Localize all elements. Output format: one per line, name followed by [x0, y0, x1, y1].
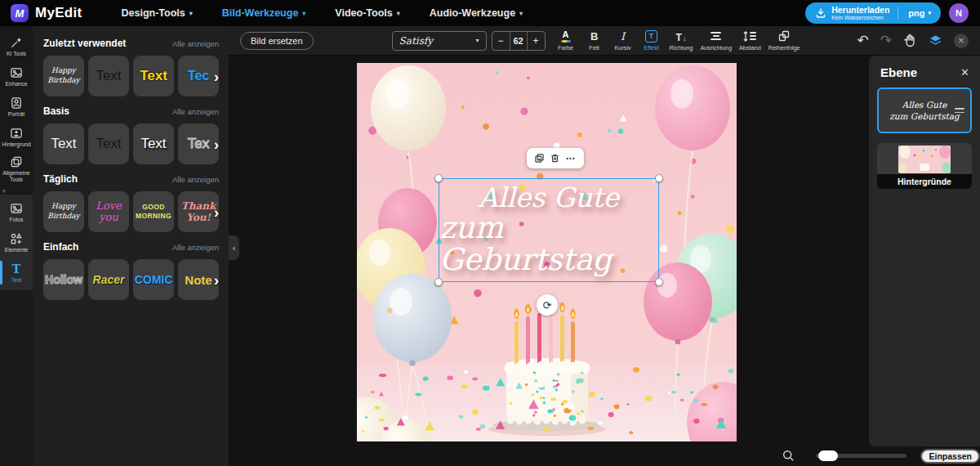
zoom-slider-thumb[interactable]	[818, 450, 838, 461]
layer-drag-handle[interactable]	[955, 108, 964, 113]
layers-button[interactable]	[929, 34, 942, 47]
rail-item-text[interactable]: T Text	[0, 258, 33, 288]
tool-richtung[interactable]: T↓ Richtung	[667, 28, 696, 54]
duplicate-icon	[535, 154, 544, 163]
section-title: Täglich	[43, 173, 78, 185]
template-tile[interactable]: Text	[43, 123, 84, 164]
tool-ausrichtung[interactable]: Ausrichtung	[697, 28, 734, 54]
template-tile[interactable]: Text	[133, 123, 174, 164]
rail-item-enhance[interactable]: Enhance	[0, 61, 33, 92]
font-dropdown[interactable]: Satisfy ▾	[392, 31, 487, 51]
tool-rail: KI Tools Enhance Porträt Hintergrund All…	[0, 26, 33, 466]
template-tile[interactable]: GOOD MORNING	[133, 191, 174, 232]
scroll-right-arrow[interactable]: ›	[214, 69, 219, 84]
tool-abstand[interactable]: Abstand	[737, 28, 764, 54]
redo-button[interactable]: ↷	[880, 34, 892, 47]
format-dropdown[interactable]: png ▾	[898, 8, 941, 18]
close-editor-button[interactable]: ✕	[954, 34, 969, 48]
layer-background[interactable]: Hintergründe	[877, 143, 972, 189]
resize-handle-bottom-left[interactable]	[434, 278, 443, 286]
app-logo[interactable]: M MyEdit	[0, 4, 82, 22]
template-tile[interactable]: Text	[133, 56, 174, 96]
rail-item-ki-tools[interactable]: KI Tools	[0, 31, 33, 61]
show-all-link[interactable]: Alle anzeigen	[172, 107, 219, 116]
panel-collapse-tab[interactable]: ‹	[229, 235, 239, 260]
tool-farbe[interactable]: A Farbe	[553, 28, 579, 54]
delete-button[interactable]	[550, 154, 559, 163]
font-size-decrease-button[interactable]: −	[492, 32, 510, 50]
text-icon: T	[12, 262, 20, 276]
nav-audio-werkzeuge[interactable]: Audio-Werkzeuge▾	[430, 7, 523, 19]
replace-image-button[interactable]: Bild ersetzen	[240, 32, 314, 50]
download-button[interactable]: Herunterladen Kein Wasserzeichen	[805, 6, 898, 20]
italic-icon: I	[621, 30, 625, 43]
chevron-down-icon: ▾	[189, 10, 193, 17]
fit-to-screen-button[interactable]: Einpassen	[920, 449, 980, 464]
resize-handle-top-right[interactable]	[655, 174, 663, 182]
template-tile[interactable]: Tec	[178, 56, 219, 96]
main-nav: Design-Tools▾ Bild-Werkzeuge▾ Video-Tool…	[122, 7, 523, 19]
tool-reihenfolge[interactable]: Reihenfolge	[766, 28, 803, 54]
section-basis: Basis Alle anzeigen Text Text Text Tex ›	[43, 105, 219, 164]
resize-handle-bottom-right[interactable]	[655, 278, 663, 286]
template-tile[interactable]: Happy Birthday	[43, 191, 84, 232]
template-tile[interactable]: Racer	[88, 259, 129, 300]
more-options-button[interactable]: •••	[566, 155, 575, 162]
rotate-handle[interactable]: ⟳	[537, 294, 558, 316]
text-template-panel: Zuletzt verwendet Alle anzeigen Happy Bi…	[33, 26, 229, 466]
template-tile[interactable]: COMIC	[133, 259, 174, 300]
rail-add-button[interactable]: +	[2, 187, 6, 195]
section-title: Einfach	[43, 241, 78, 253]
workspace: ••• Alles Gute zum Geburtstag ⟳	[229, 56, 869, 466]
nav-bild-werkzeuge[interactable]: Bild-Werkzeuge▾	[222, 7, 306, 19]
template-tile[interactable]: Thank You!	[178, 191, 219, 232]
tool-effekt[interactable]: T Effekt	[639, 28, 665, 54]
rail-item-fotos[interactable]: Fotos	[0, 197, 33, 227]
rail-secondary-group: + Fotos Elemente T Text	[0, 195, 33, 290]
tool-kursiv[interactable]: I Kursiv	[610, 28, 636, 54]
template-tile[interactable]: Text	[88, 123, 129, 164]
rail-item-allgemeine-tools[interactable]: Allgemeine Tools	[0, 152, 33, 186]
font-size-value: 62	[510, 32, 528, 50]
canvas-text-element[interactable]: Alles Gute zum Geburtstag	[439, 179, 658, 281]
scroll-right-arrow[interactable]: ›	[214, 137, 219, 152]
bold-icon: B	[590, 30, 598, 43]
show-all-link[interactable]: Alle anzeigen	[172, 243, 219, 252]
show-all-link[interactable]: Alle anzeigen	[172, 175, 219, 184]
chevron-down-icon: ▾	[397, 10, 400, 17]
canvas[interactable]: ••• Alles Gute zum Geburtstag ⟳	[357, 63, 737, 441]
nav-video-tools[interactable]: Video-Tools▾	[335, 7, 399, 19]
font-name: Satisfy	[399, 35, 433, 47]
avatar[interactable]: N	[949, 3, 969, 23]
duplicate-button[interactable]	[535, 154, 544, 163]
template-tile[interactable]: Happy Birthday	[43, 56, 84, 96]
hand-tool-button[interactable]	[903, 34, 917, 47]
zoom-slider[interactable]	[816, 454, 906, 458]
template-tile[interactable]: Note	[178, 259, 219, 300]
layer-text[interactable]: Alles Gute zum Geburtstag	[877, 87, 972, 133]
close-icon[interactable]: ✕	[960, 67, 969, 78]
template-tile[interactable]: Tex	[178, 123, 219, 164]
template-tile[interactable]: Love you	[88, 191, 129, 232]
text-selection-box[interactable]: Alles Gute zum Geburtstag	[439, 178, 659, 282]
magic-wand-icon	[10, 36, 23, 49]
download-sublabel: Kein Wasserzeichen	[831, 15, 889, 20]
myedit-logo-icon: M	[11, 4, 29, 22]
template-tile[interactable]: Text	[88, 56, 129, 96]
top-bar: M MyEdit Design-Tools▾ Bild-Werkzeuge▾ V…	[0, 0, 980, 26]
rail-item-elemente[interactable]: Elemente	[0, 227, 33, 258]
section-title: Basis	[43, 105, 69, 117]
rail-item-hintergrund[interactable]: Hintergrund	[0, 122, 33, 152]
show-all-link[interactable]: Alle anzeigen	[172, 39, 219, 48]
undo-button[interactable]: ↶	[858, 34, 869, 47]
template-tile[interactable]: Hollow	[43, 259, 84, 300]
font-size-stepper: − 62 +	[492, 31, 546, 51]
nav-design-tools[interactable]: Design-Tools▾	[122, 7, 193, 19]
background-icon	[10, 127, 23, 140]
scroll-right-arrow[interactable]: ›	[214, 272, 219, 288]
resize-handle-top-left[interactable]	[434, 174, 443, 182]
scroll-right-arrow[interactable]: ›	[214, 204, 219, 220]
font-size-increase-button[interactable]: +	[528, 32, 545, 50]
rail-item-portraet[interactable]: Porträt	[0, 92, 33, 122]
tool-fett[interactable]: B Fett	[581, 28, 608, 54]
